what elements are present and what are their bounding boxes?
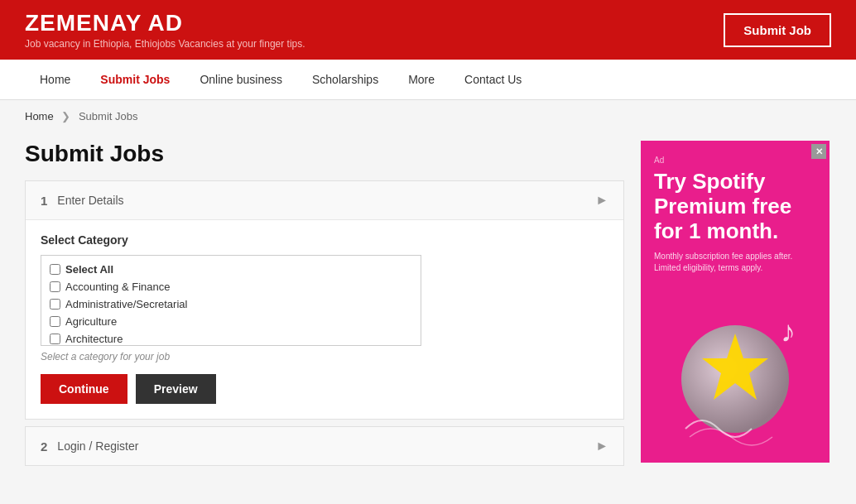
nav-more[interactable]: More [393, 60, 450, 99]
step1-label: Enter Details [57, 194, 123, 207]
category-listbox[interactable]: Select All Accounting & Finance Administ… [41, 255, 421, 346]
main-nav: Home Submit Jobs Online business Scholar… [0, 60, 856, 100]
step2-header[interactable]: 2 Login / Register ► [26, 427, 623, 465]
category-select-all: Select All [48, 261, 414, 278]
step1-header-left: 1 Enter Details [41, 194, 124, 208]
architecture-label[interactable]: Architecture [65, 333, 123, 345]
step2-label: Login / Register [57, 439, 138, 453]
category-architecture: Architecture [48, 330, 414, 346]
nav-scholarships[interactable]: Scholarships [297, 60, 393, 99]
ad-svg-graphic: ♪ [669, 300, 818, 449]
nav-home[interactable]: Home [25, 60, 85, 99]
step2-box: 2 Login / Register ► [25, 426, 624, 466]
category-hint: Select a category for your job [41, 351, 608, 362]
nav-online-business[interactable]: Online business [185, 60, 297, 99]
admin-label[interactable]: Administrative/Secretarial [65, 298, 187, 310]
step1-header[interactable]: 1 Enter Details ► [26, 181, 623, 220]
site-title: ZEMENAY AD [25, 10, 305, 36]
preview-button[interactable]: Preview [136, 374, 216, 404]
nav-contact-us[interactable]: Contact Us [450, 60, 536, 99]
main-area: Submit Jobs 1 Enter Details ► Select Cat… [0, 132, 856, 489]
step1-number: 1 [41, 194, 47, 208]
form-buttons: Continue Preview [41, 374, 608, 404]
ad-headline: Try Spotify Premium free for 1 month. [654, 170, 816, 244]
architecture-checkbox[interactable] [50, 334, 60, 344]
select-all-checkbox[interactable] [50, 264, 60, 275]
page-title: Submit Jobs [25, 141, 624, 167]
content-column: Submit Jobs 1 Enter Details ► Select Cat… [25, 141, 624, 473]
accounting-checkbox[interactable] [50, 281, 60, 292]
admin-checkbox[interactable] [50, 299, 60, 310]
ad-subtext: Monthly subscription fee applies after. … [654, 251, 816, 274]
breadcrumb-home[interactable]: Home [25, 110, 54, 122]
ad-graphic: ♪ [669, 300, 801, 433]
step2-number: 2 [41, 439, 47, 454]
svg-text:♪: ♪ [781, 314, 796, 348]
site-tagline: Job vacancy in Ethiopia, Ethiojobs Vacan… [25, 38, 305, 50]
ad-banner: ✕ Ad Try Spotify Premium free for 1 mont… [641, 141, 830, 463]
category-accounting: Accounting & Finance [48, 278, 414, 295]
header: ZEMENAY AD Job vacancy in Ethiopia, Ethi… [0, 0, 856, 60]
nav-submit-jobs[interactable]: Submit Jobs [85, 60, 185, 99]
agriculture-label[interactable]: Agriculture [65, 315, 117, 328]
breadcrumb-separator: ❯ [61, 110, 70, 122]
ad-close-button[interactable]: ✕ [811, 144, 826, 159]
ad-label: Ad [654, 156, 816, 165]
step2-header-left: 2 Login / Register [41, 439, 138, 454]
step2-chevron-icon: ► [595, 439, 608, 454]
step1-box: 1 Enter Details ► Select Category Select… [25, 180, 624, 420]
submit-job-button[interactable]: Submit Job [724, 13, 831, 47]
category-agriculture: Agriculture [48, 313, 414, 330]
breadcrumb-current: Submit Jobs [79, 110, 138, 122]
category-admin: Administrative/Secretarial [48, 295, 414, 313]
step1-chevron-icon: ► [595, 193, 608, 208]
ad-column: ✕ Ad Try Spotify Premium free for 1 mont… [641, 141, 831, 473]
continue-button[interactable]: Continue [41, 374, 127, 404]
breadcrumb: Home ❯ Submit Jobs [0, 100, 856, 132]
close-icon: ✕ [815, 146, 823, 157]
agriculture-checkbox[interactable] [50, 316, 60, 327]
header-brand: ZEMENAY AD Job vacancy in Ethiopia, Ethi… [25, 10, 305, 50]
accounting-label[interactable]: Accounting & Finance [65, 281, 170, 293]
step1-content: Select Category Select All Accounting & … [26, 220, 623, 419]
select-category-label: Select Category [41, 233, 608, 247]
select-all-label[interactable]: Select All [65, 263, 113, 276]
ad-image-area: ♪ [654, 284, 816, 449]
